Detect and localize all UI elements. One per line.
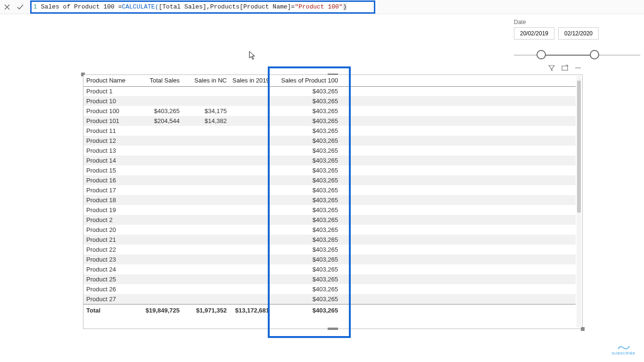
cell-sales-2019 [230, 86, 272, 96]
formula-editor[interactable]: 1 Sales of Product 100 = CALCULATE ( [To… [30, 0, 375, 14]
table-row[interactable]: Product 25$403,265 [83, 274, 576, 284]
total-sales-p100: $403,265 [272, 304, 341, 316]
cell-product-name: Product 11 [83, 126, 131, 136]
cell-sales-nc: $14,382 [182, 116, 230, 126]
cell-total-sales [131, 264, 182, 274]
date-end-input[interactable] [558, 27, 599, 40]
col-header-product-name[interactable]: Product Name [83, 75, 131, 86]
cell-product-name: Product 13 [83, 146, 131, 156]
cell-sales-2019 [230, 245, 272, 255]
cell-total-sales [131, 185, 182, 195]
cell-sales-2019 [230, 235, 272, 245]
table-row[interactable]: Product 12$403,265 [83, 136, 576, 146]
col-header-total-sales[interactable]: Total Sales [131, 75, 182, 86]
cell-total-sales [131, 165, 182, 175]
cell-sales-nc [182, 86, 230, 96]
table-row[interactable]: Product 27$403,265 [83, 294, 576, 304]
formula-column-ref: Products[Product Name] [210, 3, 291, 10]
date-slicer-title: Date [514, 19, 640, 25]
table-row[interactable]: Product 17$403,265 [83, 185, 576, 195]
cell-sales-p100: $403,265 [272, 156, 341, 165]
table-row[interactable]: Product 101$204,544$14,382$403,265 [83, 116, 576, 126]
table-row[interactable]: Product 19$403,265 [83, 205, 576, 215]
table-row[interactable]: Product 24$403,265 [83, 264, 576, 274]
cell-product-name: Product 18 [83, 195, 131, 205]
table-row[interactable]: Product 22$403,265 [83, 245, 576, 255]
date-slicer: Date [514, 19, 640, 65]
cell-sales-p100: $403,265 [272, 146, 341, 156]
cell-sales-nc: $34,175 [182, 106, 230, 116]
formula-cancel-button[interactable] [3, 3, 11, 11]
table-row[interactable]: Product 14$403,265 [83, 156, 576, 165]
table-row[interactable]: Product 21$403,265 [83, 235, 576, 245]
cell-sales-p100: $403,265 [272, 245, 341, 255]
cell-sales-nc [182, 284, 230, 294]
date-slider-handle-end[interactable] [590, 50, 599, 59]
date-slider[interactable] [514, 46, 640, 65]
date-start-input[interactable] [514, 27, 554, 40]
col-header-sales-2019[interactable]: Sales in 2019 [230, 75, 272, 86]
date-slider-handle-start[interactable] [537, 50, 546, 59]
cell-product-name: Product 101 [83, 116, 131, 126]
cell-sales-p100: $403,265 [272, 175, 341, 185]
cell-total-sales [131, 205, 182, 215]
cell-total-sales [131, 136, 182, 146]
table-row[interactable]: Product 23$403,265 [83, 255, 576, 264]
cell-sales-p100: $403,265 [272, 185, 341, 195]
col-header-sales-nc[interactable]: Sales in NC [182, 75, 230, 86]
cell-sales-nc [182, 96, 230, 106]
vertical-scrollbar[interactable] [577, 76, 581, 328]
formula-comma: , [206, 3, 210, 10]
cell-sales-2019 [230, 116, 272, 126]
cell-product-name: Product 25 [83, 274, 131, 284]
table-header-row: Product Name Total Sales Sales in NC Sal… [83, 75, 576, 86]
cell-total-sales [131, 225, 182, 235]
resize-handle[interactable] [581, 327, 585, 331]
cell-sales-2019 [230, 106, 272, 116]
svg-point-2 [578, 67, 578, 68]
cell-product-name: Product 17 [83, 185, 131, 195]
focus-mode-icon[interactable] [561, 64, 569, 72]
table-row[interactable]: Product 15$403,265 [83, 165, 576, 175]
col-header-sales-p100[interactable]: Sales of Product 100 [272, 75, 341, 86]
subscribe-watermark: SUBSCRIBE [611, 344, 636, 355]
cell-sales-p100: $403,265 [272, 86, 341, 96]
total-sales-nc: $1,971,352 [182, 304, 230, 316]
table-visual[interactable]: Product Name Total Sales Sales in NC Sal… [83, 74, 583, 329]
cell-sales-2019 [230, 175, 272, 185]
visual-header [548, 64, 582, 72]
cell-total-sales [131, 96, 182, 106]
cell-sales-nc [182, 235, 230, 245]
filter-icon[interactable] [548, 64, 555, 72]
formula-commit-button[interactable] [16, 3, 25, 11]
cell-product-name: Product 20 [83, 225, 131, 235]
cell-sales-2019 [230, 185, 272, 195]
cell-sales-nc [182, 205, 230, 215]
cell-sales-2019 [230, 195, 272, 205]
table-row[interactable]: Product 11$403,265 [83, 126, 576, 136]
cell-sales-p100: $403,265 [272, 126, 341, 136]
formula-text: Sales of Product 100 = [41, 3, 122, 10]
cell-sales-p100: $403,265 [272, 235, 341, 245]
cell-sales-p100: $403,265 [272, 205, 341, 215]
cell-product-name: Product 15 [83, 165, 131, 175]
formula-line-number: 1 [33, 3, 37, 10]
cell-sales-nc [182, 255, 230, 264]
data-table: Product Name Total Sales Sales in NC Sal… [83, 75, 576, 316]
cell-total-sales [131, 86, 182, 96]
table-row[interactable]: Product 20$403,265 [83, 225, 576, 235]
scrollbar-thumb[interactable] [577, 81, 581, 213]
table-row[interactable]: Product 2$403,265 [83, 215, 576, 225]
table-row[interactable]: Product 100$403,265$34,175$403,265 [83, 106, 576, 116]
table-row[interactable]: Product 26$403,265 [83, 284, 576, 294]
table-row[interactable]: Product 13$403,265 [83, 146, 576, 156]
cell-sales-p100: $403,265 [272, 294, 341, 304]
table-row[interactable]: Product 16$403,265 [83, 175, 576, 185]
more-options-icon[interactable] [574, 64, 582, 72]
table-row[interactable]: Product 10$403,265 [83, 96, 576, 106]
cell-sales-2019 [230, 294, 272, 304]
cell-sales-2019 [230, 274, 272, 284]
cell-product-name: Product 22 [83, 245, 131, 255]
table-row[interactable]: Product 1$403,265 [83, 86, 576, 96]
table-row[interactable]: Product 18$403,265 [83, 195, 576, 205]
